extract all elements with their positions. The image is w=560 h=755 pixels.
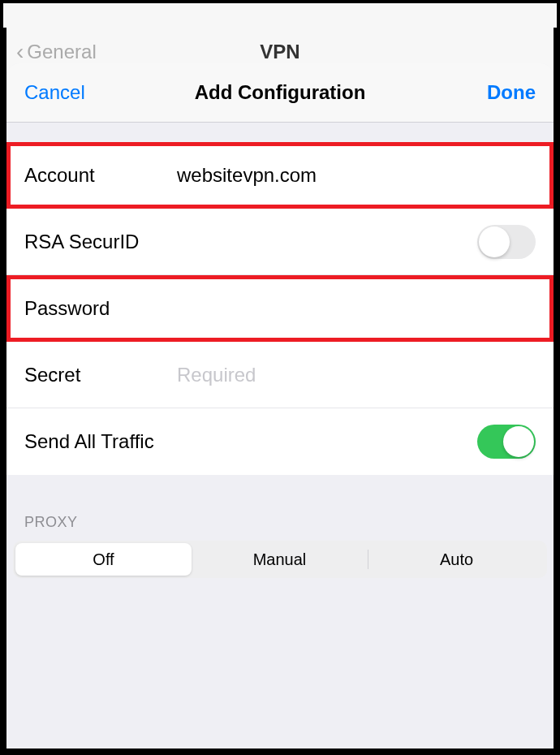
secret-label: Secret [24,364,177,386]
send-all-traffic-row: Send All Traffic [6,408,554,475]
back-chevron-icon: ‹ [16,39,24,65]
password-input[interactable] [177,297,536,320]
proxy-segmented-control: Off Manual Auto [13,541,547,578]
account-input[interactable] [177,164,536,187]
rsa-securid-label: RSA SecurID [24,231,139,253]
password-label: Password [24,297,177,320]
form-section: Account RSA SecurID Password Secret [6,142,554,475]
modal-header: Cancel Add Configuration Done [6,63,554,123]
modal-title: Add Configuration [195,81,366,104]
secret-row: Secret [6,342,554,408]
proxy-section-header: PROXY [6,475,554,541]
secret-input[interactable] [177,364,536,386]
send-all-traffic-toggle[interactable] [477,425,536,459]
proxy-segment-auto[interactable]: Auto [368,543,545,576]
rsa-securid-toggle[interactable] [477,225,536,259]
account-label: Account [24,164,177,187]
cancel-button[interactable]: Cancel [24,81,85,104]
status-bar [3,3,557,28]
send-all-traffic-label: Send All Traffic [24,430,154,453]
password-row: Password [6,275,554,342]
account-row: Account [6,142,554,209]
done-button[interactable]: Done [487,81,536,104]
toggle-knob-icon [479,226,510,257]
proxy-segment-off[interactable]: Off [15,543,192,576]
proxy-segment-manual[interactable]: Manual [192,543,368,576]
back-button-label: General [27,41,96,63]
toggle-knob-icon [503,426,534,457]
background-page-title: VPN [260,41,299,63]
rsa-securid-row: RSA SecurID [6,209,554,275]
add-configuration-modal: Cancel Add Configuration Done Account RS… [6,63,554,749]
